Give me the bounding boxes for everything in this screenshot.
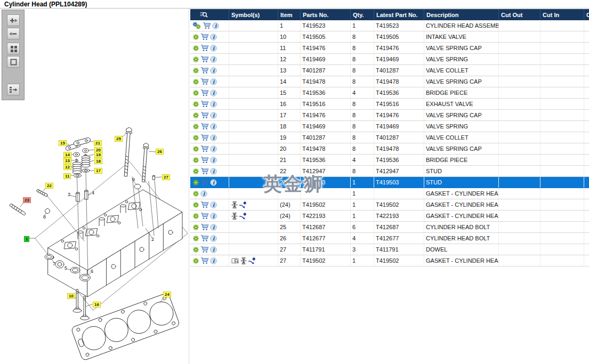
- add-to-cart-icon[interactable]: [200, 167, 209, 175]
- part-info-icon[interactable]: i: [210, 235, 217, 242]
- part-options-gear-icon[interactable]: [192, 201, 199, 208]
- part-options-gear-icon[interactable]: [192, 90, 199, 96]
- part-options-gear-icon[interactable]: [192, 257, 199, 264]
- alternative-part-icon[interactable]: [239, 213, 246, 220]
- table-row[interactable]: i1GASKET - CYLINDER HEAD: [190, 188, 589, 199]
- diagram-callout-10[interactable]: 10: [67, 293, 75, 299]
- related-parts-gears-icon[interactable]: [192, 22, 201, 29]
- diagram-callout-11[interactable]: 11: [63, 173, 71, 179]
- part-options-gear-icon[interactable]: [192, 213, 199, 220]
- table-row[interactable]: i11T4194768T419476VALVE SPRING CAP: [190, 43, 589, 54]
- add-to-cart-icon[interactable]: [200, 179, 209, 186]
- part-options-gear-icon[interactable]: [192, 45, 199, 52]
- column-header-latest-part-no-[interactable]: Latest Part No.: [374, 9, 424, 20]
- table-row-selected[interactable]: i23T4195031T419503STUD: [190, 177, 589, 188]
- part-info-icon[interactable]: i: [210, 201, 217, 208]
- diagram-callout-26[interactable]: 26: [156, 149, 164, 155]
- column-header-qty-[interactable]: Qty.: [351, 9, 374, 20]
- part-options-gear-icon[interactable]: [192, 145, 199, 152]
- part-info-icon[interactable]: i: [210, 45, 217, 52]
- part-options-gear-icon[interactable]: [192, 101, 199, 108]
- add-to-cart-icon[interactable]: [200, 246, 209, 253]
- part-info-icon[interactable]: i: [210, 179, 217, 186]
- part-info-icon[interactable]: i: [210, 78, 217, 85]
- shim-thickness-icon[interactable]: [231, 201, 238, 208]
- part-info-icon[interactable]: i: [210, 246, 217, 253]
- column-header-parts-no-[interactable]: Parts No.: [301, 9, 351, 20]
- part-info-icon[interactable]: i: [210, 34, 217, 41]
- part-info-icon[interactable]: i: [210, 56, 217, 63]
- diagram-callout-16[interactable]: 16: [93, 302, 101, 308]
- add-to-cart-icon[interactable]: [200, 234, 209, 242]
- column-header-actions[interactable]: [190, 9, 229, 20]
- table-row[interactable]: i14T4194788T419478VALVE SPRING CAP: [190, 76, 589, 87]
- table-row[interactable]: i1T4195231T419523CYLINDER HEAD ASSEMB: [190, 20, 589, 31]
- add-to-cart-icon[interactable]: [203, 22, 211, 29]
- diagram-callout-14[interactable]: 14: [63, 152, 71, 158]
- part-options-gear-icon[interactable]: [192, 34, 199, 41]
- diagram-callout-1[interactable]: 1: [24, 236, 29, 242]
- part-options-gear-icon[interactable]: [192, 67, 199, 74]
- add-to-cart-icon[interactable]: [200, 145, 209, 152]
- add-to-cart-icon[interactable]: [200, 111, 209, 119]
- part-options-gear-icon[interactable]: [192, 179, 199, 186]
- part-options-gear-icon[interactable]: [192, 112, 199, 119]
- add-to-cart-icon[interactable]: [200, 33, 209, 41]
- column-header-description[interactable]: Description: [424, 9, 499, 20]
- part-info-icon[interactable]: i: [210, 101, 217, 108]
- part-info-icon[interactable]: i: [210, 112, 217, 119]
- part-options-gear-icon[interactable]: [192, 78, 199, 85]
- part-info-icon[interactable]: i: [210, 168, 217, 175]
- zoom-in-button[interactable]: [7, 14, 20, 26]
- part-info-icon[interactable]: i: [210, 67, 217, 74]
- part-info-icon[interactable]: i: [210, 257, 217, 264]
- panel-toggle-button[interactable]: [7, 84, 20, 95]
- add-to-cart-icon[interactable]: [200, 123, 209, 130]
- add-to-cart-icon[interactable]: [200, 55, 209, 63]
- part-info-icon[interactable]: i: [210, 134, 217, 141]
- part-info-icon[interactable]: i: [210, 224, 217, 231]
- fit-view-button[interactable]: [7, 56, 20, 68]
- diagram-callout-22[interactable]: 22: [45, 183, 53, 189]
- diagram-callout-21[interactable]: 21: [94, 140, 102, 146]
- diagram-callout-18[interactable]: 18: [94, 158, 102, 164]
- add-to-cart-icon[interactable]: [200, 78, 209, 85]
- add-to-cart-icon[interactable]: [200, 134, 209, 141]
- table-row[interactable]: i25T4126876T412687CYLINDER HEAD BOLT: [190, 222, 589, 233]
- add-to-cart-icon[interactable]: [200, 44, 209, 52]
- diagram-callout-27[interactable]: 27: [162, 174, 170, 180]
- diagram-callout-23[interactable]: 23: [23, 197, 31, 203]
- table-row[interactable]: i15T4195364T419536BRIDGE PIECE: [190, 87, 589, 99]
- catalog-book-search-icon[interactable]: [231, 257, 239, 264]
- column-header-item[interactable]: Item: [278, 9, 301, 20]
- part-info-icon[interactable]: i: [212, 22, 219, 29]
- part-info-icon[interactable]: i: [210, 213, 217, 220]
- alternative-part-icon[interactable]: [239, 201, 246, 208]
- part-options-gear-icon[interactable]: [192, 224, 199, 231]
- table-row[interactable]: i22T4129478T412947STUD: [190, 166, 589, 177]
- add-to-cart-icon[interactable]: [200, 257, 209, 264]
- column-header-cut-in[interactable]: Cut In: [540, 9, 584, 20]
- part-info-icon[interactable]: i: [200, 190, 207, 197]
- table-row[interactable]: i10T4195058T419505INTAKE VALVE: [190, 31, 589, 43]
- table-row[interactable]: i27T4117913T411791DOWEL: [190, 244, 589, 255]
- table-row[interactable]: i21T4195364T419536BRIDGE PIECE: [190, 155, 589, 166]
- diagram-callout-25[interactable]: 25: [115, 136, 123, 142]
- part-options-gear-icon[interactable]: [192, 235, 199, 242]
- add-to-cart-icon[interactable]: [200, 201, 209, 208]
- table-row[interactable]: i18T4194698T419469VALVE SPRING: [190, 121, 589, 132]
- tile-view-button[interactable]: [7, 43, 20, 54]
- add-to-cart-icon[interactable]: [200, 212, 209, 220]
- part-options-gear-icon[interactable]: [192, 134, 199, 141]
- part-options-gear-icon[interactable]: [192, 157, 199, 164]
- table-row[interactable]: i19T4012878T401287VALVE COLLET: [190, 132, 589, 143]
- part-info-icon[interactable]: i: [210, 90, 217, 96]
- part-options-gear-icon[interactable]: [192, 246, 199, 253]
- table-row[interactable]: i17T4194768T419476VALVE SPRING CAP: [190, 110, 589, 121]
- table-row[interactable]: i27T4195021T419502GASKET - CYLINDER HEAD: [190, 255, 589, 266]
- part-info-icon[interactable]: i: [210, 157, 217, 164]
- column-header-comment[interactable]: Comment: [584, 9, 589, 20]
- diagram-callout-15[interactable]: 15: [59, 140, 67, 146]
- part-options-gear-icon[interactable]: [192, 168, 199, 175]
- diagram-callout-17[interactable]: 17: [94, 168, 102, 174]
